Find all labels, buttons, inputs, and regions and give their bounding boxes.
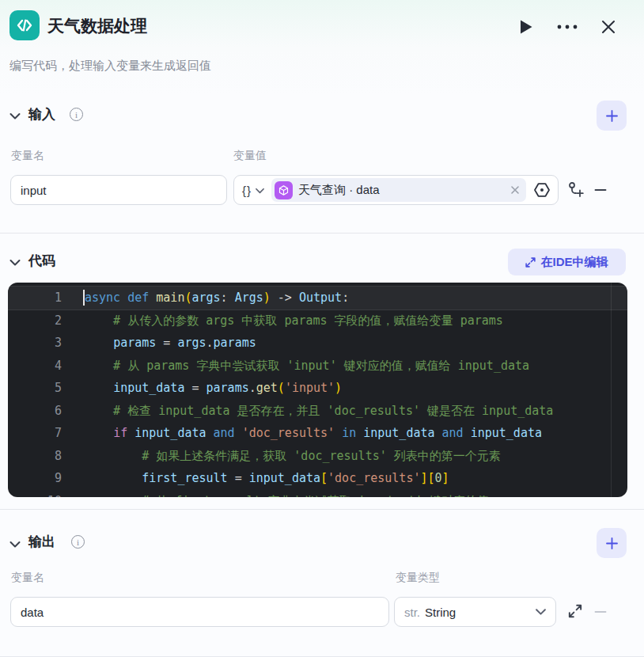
- input-name-column-label: 变量名: [11, 149, 44, 163]
- ellipsis-icon: [557, 25, 578, 29]
- input-variable-name-field[interactable]: [10, 175, 227, 205]
- input-collapse-chevron-icon[interactable]: [9, 111, 21, 122]
- clear-reference-icon[interactable]: [510, 185, 520, 195]
- input-value-selector[interactable]: {} 天气查询 · data: [233, 175, 559, 205]
- line-code: # 从传入的参数 args 中获取 params 字段的值，赋值给变量 para…: [62, 310, 503, 332]
- code-line-4[interactable]: 4 # 从 params 字典中尝试获取 'input' 键对应的值，赋值给 i…: [8, 355, 627, 378]
- line-number: 1: [8, 287, 62, 310]
- line-code: async def main(args: Args) -> Output:: [62, 287, 349, 310]
- code-line-2[interactable]: 2 # 从传入的参数 args 中获取 params 字段的值，赋值给变量 pa…: [8, 310, 627, 332]
- value-type-toggle[interactable]: {}: [242, 184, 252, 197]
- line-number: 9: [8, 467, 62, 490]
- code-brackets-icon: [15, 16, 34, 35]
- output-type-column-label: 变量类型: [396, 571, 440, 585]
- line-code: # 从 params 字典中尝试获取 'input' 键对应的值，赋值给 inp…: [62, 355, 529, 378]
- more-button[interactable]: [555, 17, 579, 37]
- code-editor[interactable]: 1async def main(args: Args) -> Output:2 …: [8, 283, 627, 497]
- text-cursor: [83, 290, 85, 306]
- code-line-3[interactable]: 3 params = args.params: [8, 332, 627, 355]
- add-child-variable-icon[interactable]: [567, 181, 585, 199]
- line-number: 10: [8, 490, 62, 498]
- plugin-cube-icon: [275, 181, 293, 199]
- output-section-title: 输出: [28, 533, 55, 551]
- line-number: 4: [8, 355, 62, 378]
- line-number: 5: [8, 377, 62, 400]
- value-type-chevron-icon: [256, 187, 264, 196]
- close-icon: [600, 19, 616, 35]
- type-name: String: [425, 606, 536, 619]
- editor-scrollbar[interactable]: [611, 283, 612, 497]
- line-code: first_result = input_data['doc_results']…: [62, 467, 449, 490]
- input-info-icon[interactable]: i: [70, 108, 83, 121]
- close-button[interactable]: [597, 17, 620, 37]
- code-line-7[interactable]: 7 if input_data and 'doc_results' in inp…: [8, 422, 627, 445]
- plus-icon: [606, 537, 618, 549]
- input-section-title: 输入: [28, 105, 55, 123]
- code-collapse-chevron-icon[interactable]: [9, 257, 21, 268]
- add-output-button[interactable]: [597, 528, 627, 558]
- line-code: # 从 first_result 字典中尝试获取 'content' 键对应的值: [62, 490, 489, 498]
- code-node-icon: [9, 10, 40, 40]
- output-variable-name-field[interactable]: [10, 597, 389, 627]
- page-title: 天气数据处理: [47, 15, 147, 37]
- line-code: # 检查 input_data 是否存在，并且 'doc_results' 键是…: [62, 400, 553, 423]
- plus-icon: [606, 110, 618, 122]
- line-number: 7: [8, 422, 62, 445]
- code-section-title: 代码: [28, 252, 55, 270]
- section-divider: [0, 509, 644, 510]
- input-value-column-label: 变量值: [233, 149, 267, 163]
- code-line-9[interactable]: 9 first_result = input_data['doc_results…: [8, 467, 627, 490]
- play-icon: [519, 19, 533, 35]
- output-type-select[interactable]: str. String: [394, 597, 556, 627]
- section-divider: [0, 233, 644, 234]
- expand-output-icon[interactable]: [566, 602, 584, 620]
- add-input-button[interactable]: [597, 101, 627, 131]
- output-name-column-label: 变量名: [11, 571, 44, 585]
- value-settings-hexagon-icon[interactable]: [532, 180, 551, 199]
- code-line-8[interactable]: 8 # 如果上述条件满足，获取 'doc_results' 列表中的第一个元素: [8, 445, 627, 468]
- line-number: 3: [8, 332, 62, 355]
- expand-diagonal-icon: [525, 257, 536, 268]
- run-button[interactable]: [514, 17, 538, 37]
- output-info-icon[interactable]: i: [71, 535, 85, 549]
- line-number: 8: [8, 445, 62, 468]
- line-number: 6: [8, 400, 62, 423]
- line-number: 2: [8, 310, 62, 332]
- code-line-5[interactable]: 5 input_data = params.get('input'): [8, 377, 627, 400]
- remove-output-row-icon[interactable]: [593, 605, 608, 619]
- line-code: input_data = params.get('input'): [62, 377, 342, 400]
- code-line-6[interactable]: 6 # 检查 input_data 是否存在，并且 'doc_results' …: [8, 400, 627, 423]
- variable-reference-pill[interactable]: 天气查询 · data: [271, 178, 526, 202]
- remove-input-row-icon[interactable]: [593, 183, 608, 197]
- line-code: params = args.params: [62, 332, 256, 355]
- line-code: if input_data and 'doc_results' in input…: [62, 422, 542, 445]
- edit-in-ide-button[interactable]: 在IDE中编辑: [508, 249, 626, 275]
- code-node-panel: 天气数据处理 编写代码，处理输入变量来生成返回值 输入 i 变量名 变量值 {}: [0, 0, 644, 657]
- edit-in-ide-label: 在IDE中编辑: [540, 255, 608, 270]
- line-code: # 如果上述条件满足，获取 'doc_results' 列表中的第一个元素: [62, 445, 501, 468]
- code-editor-lines: 1async def main(args: Args) -> Output:2 …: [8, 287, 627, 497]
- type-prefix-badge: str.: [404, 606, 420, 619]
- select-chevron-icon: [536, 607, 546, 617]
- output-collapse-chevron-icon[interactable]: [9, 539, 21, 550]
- node-description: 编写代码，处理输入变量来生成返回值: [9, 59, 211, 74]
- code-line-10[interactable]: 10 # 从 first_result 字典中尝试获取 'content' 键对…: [8, 490, 627, 498]
- reference-label: 天气查询 · data: [298, 183, 506, 198]
- code-line-1[interactable]: 1async def main(args: Args) -> Output:: [8, 287, 627, 310]
